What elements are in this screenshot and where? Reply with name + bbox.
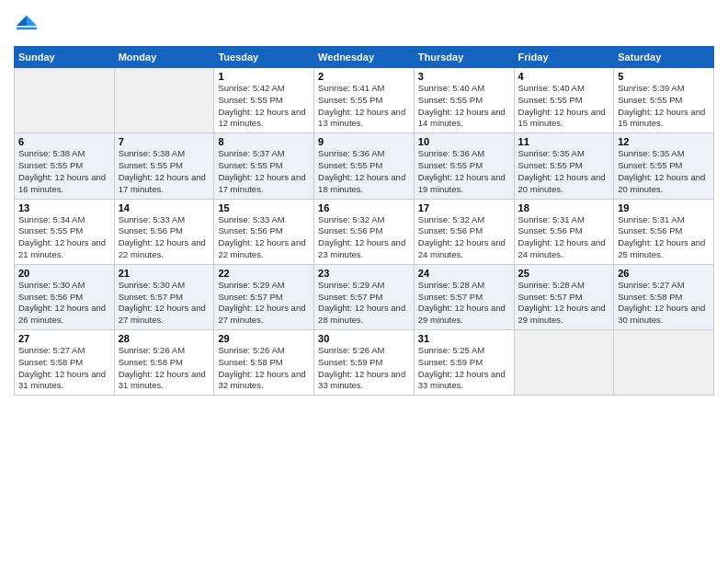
day-number: 1 (218, 71, 310, 82)
calendar-cell (614, 330, 714, 396)
svg-marker-0 (27, 16, 37, 26)
day-number: 19 (618, 202, 710, 213)
calendar-cell: 3Sunrise: 5:40 AM Sunset: 5:55 PM Daylig… (414, 68, 514, 133)
day-info: Sunrise: 5:25 AM Sunset: 5:59 PM Dayligh… (418, 345, 510, 392)
day-info: Sunrise: 5:35 AM Sunset: 5:55 PM Dayligh… (518, 148, 610, 195)
day-number: 28 (119, 333, 210, 344)
calendar-week-row: 6Sunrise: 5:38 AM Sunset: 5:55 PM Daylig… (15, 133, 714, 199)
day-info: Sunrise: 5:38 AM Sunset: 5:55 PM Dayligh… (119, 148, 210, 195)
day-info: Sunrise: 5:31 AM Sunset: 5:56 PM Dayligh… (518, 214, 610, 261)
weekday-header-row: SundayMondayTuesdayWednesdayThursdayFrid… (15, 47, 714, 68)
day-info: Sunrise: 5:27 AM Sunset: 5:58 PM Dayligh… (18, 345, 110, 392)
day-info: Sunrise: 5:32 AM Sunset: 5:56 PM Dayligh… (318, 214, 410, 261)
day-number: 12 (618, 136, 710, 147)
day-info: Sunrise: 5:30 AM Sunset: 5:56 PM Dayligh… (18, 280, 110, 327)
calendar-cell: 11Sunrise: 5:35 AM Sunset: 5:55 PM Dayli… (514, 133, 614, 199)
day-number: 13 (18, 202, 110, 213)
weekday-header-tuesday: Tuesday (214, 47, 314, 68)
calendar-cell: 14Sunrise: 5:33 AM Sunset: 5:56 PM Dayli… (114, 199, 214, 264)
day-number: 31 (418, 333, 510, 344)
calendar-cell: 15Sunrise: 5:33 AM Sunset: 5:56 PM Dayli… (214, 199, 314, 264)
calendar-cell: 13Sunrise: 5:34 AM Sunset: 5:55 PM Dayli… (15, 199, 115, 264)
calendar-cell (15, 68, 115, 133)
calendar-cell: 30Sunrise: 5:26 AM Sunset: 5:59 PM Dayli… (314, 330, 415, 396)
calendar-week-row: 27Sunrise: 5:27 AM Sunset: 5:58 PM Dayli… (15, 330, 714, 396)
calendar-cell: 2Sunrise: 5:41 AM Sunset: 5:55 PM Daylig… (314, 68, 415, 133)
calendar-cell: 9Sunrise: 5:36 AM Sunset: 5:55 PM Daylig… (314, 133, 415, 199)
day-number: 15 (218, 202, 310, 213)
calendar-cell: 27Sunrise: 5:27 AM Sunset: 5:58 PM Dayli… (15, 330, 115, 396)
calendar-cell: 26Sunrise: 5:27 AM Sunset: 5:58 PM Dayli… (614, 264, 714, 329)
day-info: Sunrise: 5:40 AM Sunset: 5:55 PM Dayligh… (418, 83, 510, 130)
calendar-cell: 31Sunrise: 5:25 AM Sunset: 5:59 PM Dayli… (414, 330, 514, 396)
calendar-cell: 18Sunrise: 5:31 AM Sunset: 5:56 PM Dayli… (514, 199, 614, 264)
day-number: 17 (418, 202, 510, 213)
day-number: 30 (318, 333, 410, 344)
weekday-header-monday: Monday (114, 47, 214, 68)
day-number: 7 (119, 136, 210, 147)
day-info: Sunrise: 5:26 AM Sunset: 5:59 PM Dayligh… (318, 345, 410, 392)
day-number: 11 (518, 136, 610, 147)
day-info: Sunrise: 5:35 AM Sunset: 5:55 PM Dayligh… (618, 148, 710, 195)
day-info: Sunrise: 5:40 AM Sunset: 5:55 PM Dayligh… (518, 83, 610, 130)
calendar-cell: 19Sunrise: 5:31 AM Sunset: 5:56 PM Dayli… (614, 199, 714, 264)
calendar-cell: 17Sunrise: 5:32 AM Sunset: 5:56 PM Dayli… (414, 199, 514, 264)
weekday-header-sunday: Sunday (15, 47, 115, 68)
calendar-cell: 25Sunrise: 5:28 AM Sunset: 5:57 PM Dayli… (514, 264, 614, 329)
day-number: 2 (318, 71, 410, 82)
day-info: Sunrise: 5:41 AM Sunset: 5:55 PM Dayligh… (318, 83, 410, 130)
calendar-cell: 12Sunrise: 5:35 AM Sunset: 5:55 PM Dayli… (614, 133, 714, 199)
calendar-cell: 22Sunrise: 5:29 AM Sunset: 5:57 PM Dayli… (214, 264, 314, 329)
calendar-week-row: 20Sunrise: 5:30 AM Sunset: 5:56 PM Dayli… (15, 264, 714, 329)
day-number: 6 (18, 136, 110, 147)
calendar-week-row: 13Sunrise: 5:34 AM Sunset: 5:55 PM Dayli… (15, 199, 714, 264)
day-number: 18 (518, 202, 610, 213)
day-number: 22 (218, 268, 310, 279)
page: SundayMondayTuesdayWednesdayThursdayFrid… (0, 0, 728, 563)
day-number: 10 (418, 136, 510, 147)
day-info: Sunrise: 5:34 AM Sunset: 5:55 PM Dayligh… (18, 214, 110, 261)
day-info: Sunrise: 5:37 AM Sunset: 5:55 PM Dayligh… (218, 148, 310, 195)
weekday-header-wednesday: Wednesday (314, 47, 415, 68)
day-number: 9 (318, 136, 410, 147)
calendar-table: SundayMondayTuesdayWednesdayThursdayFrid… (14, 46, 714, 396)
day-info: Sunrise: 5:36 AM Sunset: 5:55 PM Dayligh… (418, 148, 510, 195)
day-number: 16 (318, 202, 410, 213)
day-info: Sunrise: 5:39 AM Sunset: 5:55 PM Dayligh… (618, 83, 710, 130)
day-number: 4 (518, 71, 610, 82)
day-number: 3 (418, 71, 510, 82)
day-info: Sunrise: 5:28 AM Sunset: 5:57 PM Dayligh… (518, 280, 610, 327)
day-number: 24 (418, 268, 510, 279)
logo (14, 13, 43, 39)
day-number: 27 (18, 333, 110, 344)
calendar-cell: 29Sunrise: 5:26 AM Sunset: 5:58 PM Dayli… (214, 330, 314, 396)
calendar-cell: 8Sunrise: 5:37 AM Sunset: 5:55 PM Daylig… (214, 133, 314, 199)
day-number: 14 (119, 202, 210, 213)
calendar-cell (114, 68, 214, 133)
day-info: Sunrise: 5:30 AM Sunset: 5:57 PM Dayligh… (119, 280, 210, 327)
day-number: 26 (618, 268, 710, 279)
day-info: Sunrise: 5:33 AM Sunset: 5:56 PM Dayligh… (119, 214, 210, 261)
svg-rect-2 (17, 27, 37, 29)
calendar-cell: 7Sunrise: 5:38 AM Sunset: 5:55 PM Daylig… (114, 133, 214, 199)
day-info: Sunrise: 5:38 AM Sunset: 5:55 PM Dayligh… (18, 148, 110, 195)
calendar-cell: 24Sunrise: 5:28 AM Sunset: 5:57 PM Dayli… (414, 264, 514, 329)
day-number: 21 (119, 268, 210, 279)
calendar-cell: 10Sunrise: 5:36 AM Sunset: 5:55 PM Dayli… (414, 133, 514, 199)
day-number: 29 (218, 333, 310, 344)
day-info: Sunrise: 5:33 AM Sunset: 5:56 PM Dayligh… (218, 214, 310, 261)
calendar-cell: 6Sunrise: 5:38 AM Sunset: 5:55 PM Daylig… (15, 133, 115, 199)
calendar-cell (514, 330, 614, 396)
day-info: Sunrise: 5:31 AM Sunset: 5:56 PM Dayligh… (618, 214, 710, 261)
day-info: Sunrise: 5:28 AM Sunset: 5:57 PM Dayligh… (418, 280, 510, 327)
calendar-cell: 23Sunrise: 5:29 AM Sunset: 5:57 PM Dayli… (314, 264, 415, 329)
day-number: 23 (318, 268, 410, 279)
header (14, 9, 714, 39)
day-number: 5 (618, 71, 710, 82)
logo-icon (14, 13, 40, 39)
day-info: Sunrise: 5:27 AM Sunset: 5:58 PM Dayligh… (618, 280, 710, 327)
svg-marker-1 (17, 16, 27, 26)
day-number: 25 (518, 268, 610, 279)
day-info: Sunrise: 5:29 AM Sunset: 5:57 PM Dayligh… (218, 280, 310, 327)
day-number: 8 (218, 136, 310, 147)
